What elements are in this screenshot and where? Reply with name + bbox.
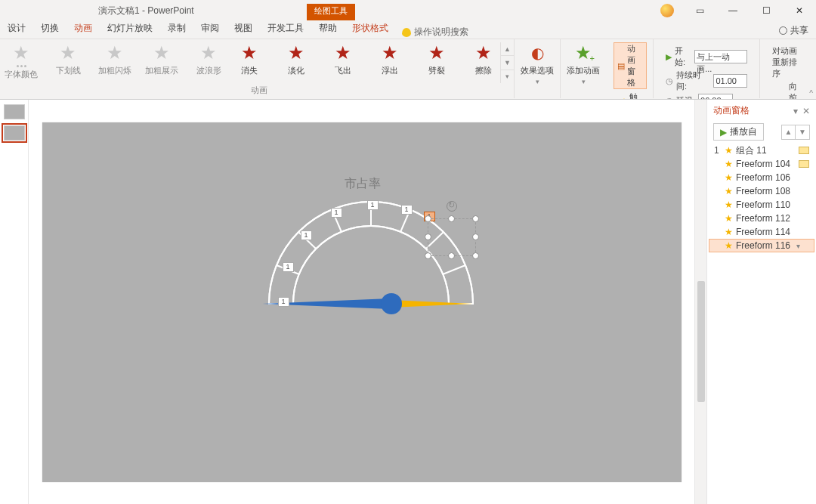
maximize-button[interactable]: ☐ — [750, 0, 783, 21]
animation-item-name: Freeform 112 — [736, 213, 790, 224]
gallery-down-icon[interactable]: ▼ — [501, 56, 514, 70]
play-icon: ▶ — [666, 52, 672, 62]
segment-label-3[interactable]: 1 — [301, 230, 312, 240]
animation-item[interactable]: ★Freeform 112 — [709, 212, 814, 225]
anim-floatout[interactable]: 浮出 — [373, 42, 406, 83]
anim-wipe[interactable]: 擦除 — [467, 42, 500, 83]
anim-underline[interactable]: 下划线 — [51, 42, 85, 83]
animation-item[interactable]: ★Freeform 114 — [709, 225, 814, 239]
animation-item[interactable]: ★Freeform 108 — [709, 184, 814, 198]
gauge-chart[interactable]: 1 1 1 1 1 1 1 — [254, 187, 488, 315]
play-from-button[interactable]: ▶播放自 — [713, 123, 764, 141]
segment-label-1[interactable]: 1 — [278, 297, 289, 307]
gauge-hub[interactable] — [381, 293, 402, 314]
segment-label-6[interactable]: 1 — [401, 205, 413, 215]
tab-animations[interactable]: 动画 — [66, 19, 100, 39]
chevron-down-icon: ▾ — [582, 78, 586, 85]
move-up-button[interactable]: ▲ — [782, 125, 796, 139]
window-title: 演示文稿1 - PowerPoint — [98, 5, 194, 17]
anim-split[interactable]: 劈裂 — [420, 42, 453, 83]
segment-label-4[interactable]: 1 — [331, 208, 342, 218]
clock-icon: ◷ — [666, 76, 673, 86]
anim-fade[interactable]: 淡化 — [280, 42, 313, 83]
collapse-ribbon-button[interactable]: ^ — [809, 89, 813, 97]
lightbulb-icon — [402, 28, 411, 37]
animation-gallery-scroll[interactable]: ▲▼▾ — [500, 42, 514, 83]
animation-pane-button[interactable]: ▤动画窗格 — [614, 42, 647, 89]
gallery-up-icon[interactable]: ▲ — [501, 42, 514, 56]
tab-design[interactable]: 设计 — [0, 19, 33, 39]
timing-duration-input[interactable]: 01.00 — [713, 74, 747, 88]
resize-handle[interactable] — [448, 252, 455, 259]
rotate-handle-icon[interactable] — [447, 201, 457, 212]
star-icon: ★ — [725, 145, 733, 156]
pane-close-button[interactable]: ✕ — [802, 106, 810, 116]
timing-start-select[interactable]: 与上一动画... — [694, 50, 747, 63]
resize-handle[interactable] — [472, 233, 479, 240]
selection-outline[interactable] — [428, 218, 476, 256]
timing-duration-label: 持续时间: — [676, 70, 710, 92]
animation-item[interactable]: ★Freeform 106 — [709, 171, 814, 184]
play-icon: ▶ — [720, 127, 727, 138]
animation-item[interactable]: 1★组合 11 — [709, 144, 814, 157]
tell-me-search[interactable]: 操作说明搜索 — [402, 26, 468, 39]
anim-boldreveal[interactable]: 加粗展示 — [145, 42, 178, 83]
tab-transitions[interactable]: 切换 — [33, 19, 66, 39]
tab-view[interactable]: 视图 — [227, 19, 260, 39]
timeline-block[interactable] — [799, 147, 809, 154]
resize-handle[interactable] — [472, 215, 479, 222]
timeline-block[interactable] — [799, 160, 809, 168]
tab-help[interactable]: 帮助 — [311, 19, 345, 39]
effect-options-button[interactable]: ◐ 效果选项 ▾ — [521, 42, 554, 85]
animation-item-number: 1 — [714, 145, 722, 156]
segment-label-5[interactable]: 1 — [367, 200, 379, 210]
resize-handle[interactable] — [425, 233, 431, 240]
anim-fontcolor[interactable]: 字体颜色 — [5, 42, 38, 83]
animation-item[interactable]: ★Freeform 110 — [709, 198, 814, 212]
move-down-button[interactable]: ▼ — [796, 125, 809, 139]
animation-item-name: 组合 11 — [736, 144, 767, 157]
anim-disappear[interactable]: 消失 — [233, 42, 266, 83]
resize-handle[interactable] — [472, 252, 479, 259]
resize-handle[interactable] — [425, 215, 431, 222]
animation-item-name: Freeform 104 — [736, 159, 790, 169]
resize-handle[interactable] — [448, 215, 455, 222]
tab-developer[interactable]: 开发工具 — [260, 19, 311, 39]
slide-thumbnail-2[interactable] — [4, 125, 25, 141]
slide-thumbnail-1[interactable] — [4, 104, 25, 119]
anim-flyout[interactable]: 飞出 — [326, 42, 360, 83]
vertical-scrollbar[interactable] — [694, 100, 706, 504]
animation-item-name: Freeform 110 — [736, 199, 790, 210]
anim-boldflash[interactable]: 加粗闪烁 — [98, 42, 131, 83]
slide-canvas[interactable]: 市占率 — [42, 122, 682, 482]
chevron-down-icon[interactable]: ▾ — [796, 242, 800, 250]
tab-review[interactable]: 审阅 — [193, 19, 227, 39]
scrollbar-thumb[interactable] — [697, 281, 705, 402]
person-icon — [779, 26, 787, 35]
animation-item[interactable]: ★Freeform 104 — [709, 157, 814, 171]
ribbon-tabs: 设计 切换 动画 幻灯片放映 录制 审阅 视图 开发工具 帮助 形状格式 操作说… — [0, 21, 816, 39]
move-earlier-button[interactable]: ▲ 向前移动 — [772, 81, 804, 100]
slide-thumbnails-panel[interactable] — [0, 100, 29, 504]
gallery-more-icon[interactable]: ▾ — [501, 70, 514, 83]
tab-record[interactable]: 录制 — [160, 19, 193, 39]
pane-options-button[interactable]: ▾ — [793, 106, 798, 116]
ribbon: 字体颜色 下划线 加粗闪烁 加粗展示 波浪形 消失 淡化 飞出 浮出 劈裂 擦除… — [0, 39, 816, 100]
anim-wave[interactable]: 波浪形 — [192, 42, 225, 83]
tab-shape-format[interactable]: 形状格式 — [345, 19, 396, 39]
star-icon: ★ — [725, 172, 733, 183]
segment-label-2[interactable]: 1 — [283, 262, 294, 272]
close-button[interactable]: ✕ — [783, 0, 816, 21]
ribbon-display-options-button[interactable]: ▭ — [683, 0, 716, 21]
add-animation-button[interactable]: + 添加动画 ▾ — [567, 42, 600, 85]
slide-editor[interactable]: 市占率 — [29, 100, 694, 504]
animation-item[interactable]: ★Freeform 116▾ — [709, 239, 814, 252]
timing-delay-input[interactable]: 06.00 — [698, 94, 733, 100]
tab-slideshow[interactable]: 幻灯片放映 — [100, 19, 160, 39]
account-avatar[interactable] — [660, 4, 674, 17]
share-button[interactable]: 共享 — [779, 24, 808, 37]
minimize-button[interactable]: — — [716, 0, 750, 21]
trigger-button[interactable]: ⚡触发 ▾ — [614, 91, 647, 100]
resize-handle[interactable] — [425, 252, 431, 259]
animation-list[interactable]: 1★组合 11★Freeform 104★Freeform 106★Freefo… — [707, 144, 816, 504]
